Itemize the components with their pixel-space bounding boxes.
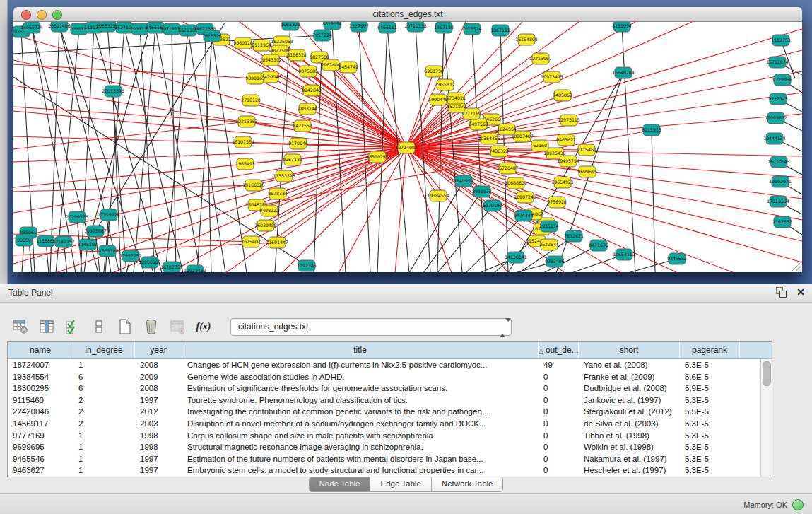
- graph-node[interactable]: 6734028: [446, 93, 466, 104]
- table-row[interactable]: 969969511998Structural magnetic resonanc…: [8, 441, 772, 453]
- graph-node[interactable]: 17359928: [98, 209, 120, 221]
- graph-node[interactable]: 10958107: [139, 257, 161, 268]
- table-settings-button[interactable]: [11, 317, 30, 336]
- delete-table-button[interactable]: [168, 317, 187, 336]
- graph-node[interactable]: 1065328: [281, 22, 300, 30]
- graph-node[interactable]: 1527607: [349, 22, 369, 32]
- graph-node[interactable]: 9699695: [577, 166, 597, 177]
- table-cell[interactable]: 22420046: [8, 406, 73, 418]
- tab-edge-table[interactable]: Edge Table: [370, 477, 430, 491]
- table-cell[interactable]: 2012: [135, 406, 182, 418]
- table-cell[interactable]: 0: [539, 395, 579, 407]
- table-cell[interactable]: 1997: [135, 395, 182, 407]
- table-row[interactable]: 946554611997Estimation of the future num…: [8, 453, 772, 465]
- graph-node[interactable]: 16154808: [515, 34, 538, 45]
- table-cell[interactable]: 5.3E-5: [680, 430, 740, 442]
- graph-node[interactable]: 12975115: [558, 115, 580, 126]
- graph-node[interactable]: 19654923: [551, 177, 574, 188]
- row-height-button[interactable]: [90, 317, 108, 336]
- graph-node[interactable]: 7485063: [553, 90, 572, 101]
- table-row[interactable]: 1830029562008Estimation of significance …: [8, 382, 772, 395]
- graph-node[interactable]: 9227343: [768, 93, 788, 105]
- graph-node[interactable]: 18724007: [395, 142, 418, 153]
- table-cell[interactable]: Tourette syndrome. Phenomenology and cla…: [182, 395, 539, 407]
- table-cell[interactable]: 6: [73, 382, 135, 395]
- table-row[interactable]: 977716911998Corpus callosum shape and si…: [8, 430, 772, 442]
- graph-node[interactable]: 9474444: [514, 210, 534, 221]
- table-row[interactable]: 2242004622012Investigating the contribut…: [8, 406, 772, 418]
- network-canvas[interactable]: 1872400718300295766382298601288912954182…: [13, 22, 802, 272]
- table-cell[interactable]: 0: [539, 441, 579, 453]
- graph-node[interactable]: 8454749: [339, 62, 358, 73]
- table-cell[interactable]: Embryonic stem cells: a model to study s…: [182, 465, 539, 477]
- graph-node[interactable]: 20053346: [102, 86, 124, 97]
- table-cell[interactable]: 1998: [135, 441, 182, 453]
- table-cell[interactable]: Structural magnetic resonance image aver…: [182, 441, 539, 453]
- graph-node[interactable]: 1467138: [434, 22, 454, 33]
- table-cell[interactable]: Stergiakouli et al. (2012): [579, 406, 680, 418]
- graph-node[interactable]: 6466161: [377, 22, 397, 33]
- graph-node[interactable]: 1640954: [454, 175, 473, 187]
- graph-node[interactable]: 9245652: [667, 253, 687, 264]
- graph-node[interactable]: 10719138: [404, 22, 427, 32]
- table-row[interactable]: 1872400712008Changes of HCN gene express…: [8, 359, 772, 371]
- table-cell[interactable]: Genome-wide association studies in ADHD.: [182, 371, 539, 383]
- graph-node[interactable]: 2967606: [321, 59, 341, 71]
- graph-node[interactable]: 7955812: [435, 79, 455, 90]
- table-cell[interactable]: 0: [539, 430, 579, 442]
- graph-node[interactable]: 9860128: [233, 37, 253, 49]
- graph-node[interactable]: 18907249: [514, 192, 536, 203]
- graph-node[interactable]: 2522544: [539, 239, 559, 250]
- table-cell[interactable]: 5.3E-5: [680, 395, 740, 407]
- table-cell[interactable]: Wolkin et al. (1998): [579, 441, 680, 453]
- table-cell[interactable]: Yano et al. (2008): [579, 359, 680, 371]
- graph-node[interactable]: 6961758: [424, 66, 444, 77]
- table-cell[interactable]: Jankovic et al. (1997): [579, 395, 680, 407]
- table-cell[interactable]: 9699695: [8, 441, 73, 453]
- graph-node[interactable]: 16039489: [254, 220, 277, 231]
- table-row[interactable]: 1456911722003Disruption of a novel membe…: [8, 418, 772, 430]
- table-cell[interactable]: 9463627: [8, 465, 73, 477]
- new-table-button[interactable]: [116, 317, 134, 336]
- graph-node[interactable]: 10975887: [84, 226, 107, 237]
- table-cell[interactable]: 5.6E-5: [680, 371, 740, 383]
- table-cell[interactable]: 2003: [135, 418, 182, 430]
- graph-node[interactable]: 1965493: [235, 158, 255, 170]
- graph-node[interactable]: 20364456: [478, 133, 500, 144]
- graph-node[interactable]: 9242848: [302, 85, 322, 96]
- graph-node[interactable]: 9890165: [245, 73, 265, 84]
- table-cell[interactable]: Nakamura et al. (1997): [579, 453, 680, 465]
- graph-node[interactable]: 12444134: [763, 133, 786, 144]
- table-cell[interactable]: Changes of HCN gene expression and I(f) …: [182, 359, 539, 371]
- graph-node[interactable]: 2803144: [298, 103, 317, 115]
- table-cell[interactable]: Corpus callosum shape and size in male p…: [182, 430, 539, 442]
- table-cell[interactable]: 18300295: [8, 382, 73, 395]
- graph-node[interactable]: 6379197: [483, 200, 502, 211]
- graph-node[interactable]: 9463627: [556, 134, 576, 146]
- graph-node[interactable]: 16782759: [160, 262, 183, 272]
- table-cell[interactable]: 0: [539, 371, 579, 383]
- table-cell[interactable]: 2: [73, 395, 135, 407]
- table-cell[interactable]: Franke et al. (2009): [579, 371, 680, 383]
- table-cell[interactable]: Investigating the contribution of common…: [182, 406, 539, 418]
- memory-status-indicator[interactable]: [792, 499, 804, 510]
- table-scrollbar[interactable]: [760, 359, 772, 477]
- graph-node[interactable]: 8427552: [293, 120, 312, 132]
- column-header-title[interactable]: title: [182, 342, 539, 358]
- table-row[interactable]: 1938455462009Genome-wide association stu…: [8, 371, 772, 383]
- graph-node[interactable]: 1292346: [297, 260, 317, 271]
- close-panel-icon[interactable]: ✕: [796, 287, 805, 298]
- graph-node[interactable]: 9115460: [577, 144, 596, 156]
- graph-node[interactable]: 12093872: [765, 112, 787, 124]
- table-cell[interactable]: 2: [73, 418, 135, 430]
- graph-node[interactable]: 12142757: [52, 236, 75, 247]
- select-columns-button[interactable]: [64, 317, 82, 336]
- graph-node[interactable]: 62160: [531, 140, 548, 151]
- table-cell[interactable]: 1998: [135, 430, 182, 442]
- table-cell[interactable]: 1: [73, 465, 135, 477]
- graph-node[interactable]: 7632621: [564, 230, 584, 242]
- graph-node[interactable]: 6497568: [469, 119, 488, 130]
- graph-node[interactable]: 16210643: [767, 156, 790, 168]
- function-builder-button[interactable]: f(x): [194, 317, 213, 336]
- graph-node[interactable]: 1990448: [428, 94, 448, 105]
